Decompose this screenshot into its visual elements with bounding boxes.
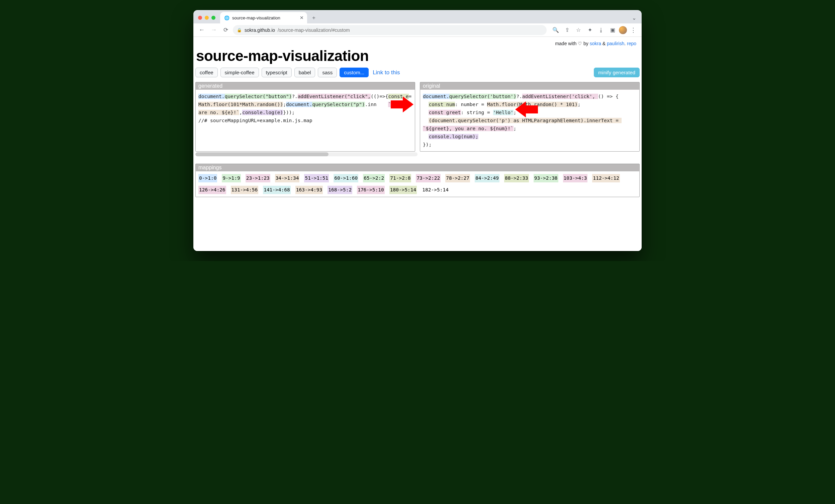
browser-tab[interactable]: 🌐 source-map-visualization ✕ [220,12,307,23]
mapping-item[interactable]: 168->5:2 [327,186,352,194]
forward-button[interactable] [209,25,219,35]
preset-custom[interactable]: custom... [340,67,369,77]
repo-link[interactable]: repo [627,41,636,46]
mapping-item[interactable]: 88->2:33 [504,174,529,182]
window-controls [198,16,216,20]
mapping-item[interactable]: 78->2:27 [445,174,470,182]
tab-title: source-map-visualization [232,15,280,20]
mapping-item[interactable]: 34->1:34 [275,174,300,182]
maximize-window-button[interactable] [211,16,216,20]
profile-avatar[interactable] [619,26,627,34]
preset-simple-coffee[interactable]: simple-coffee [221,67,259,77]
minify-generated-button[interactable]: minify generated [594,67,639,77]
horizontal-scrollbar[interactable] [196,152,418,156]
mapping-item[interactable]: 141->4:68 [263,186,291,194]
browser-toolbar: 🔒 sokra.github.io/source-map-visualizati… [194,23,641,37]
new-tab-button[interactable]: ＋ [309,13,319,22]
kebab-menu-icon[interactable] [628,25,638,35]
author-link-sokra[interactable]: sokra [590,41,601,46]
mapping-item[interactable]: 131->4:56 [231,186,259,194]
minimize-window-button[interactable] [205,16,209,20]
code-panels: generated document.querySelector("button… [196,82,639,152]
original-panel: original document.querySelector('button'… [420,82,639,152]
url-host: sokra.github.io [245,27,275,33]
link-to-this[interactable]: Link to this [373,69,400,76]
scrollbar-thumb[interactable] [196,152,328,156]
download-icon[interactable]: ⭳ [596,25,606,35]
search-icon[interactable]: 🔍 [551,25,561,35]
page-content: made with ♡ by sokra & paulirish. repo s… [194,37,641,251]
mapping-item[interactable]: 60->1:60 [333,174,358,182]
mapping-item[interactable]: 73->2:22 [416,174,441,182]
mapping-item[interactable]: 163->4:93 [296,186,323,194]
preset-row: coffee simple-coffee typescript babel sa… [196,67,639,77]
mapping-item[interactable]: 51->1:51 [304,174,329,182]
mapping-item[interactable]: 112->4:12 [592,174,620,182]
mapping-item[interactable]: 9->1:9 [222,174,241,182]
globe-icon: 🌐 [224,15,229,20]
mapping-item[interactable]: 176->5:10 [357,186,385,194]
tab-strip: 🌐 source-map-visualization ✕ ＋ ⌄ [194,10,641,23]
toolbar-right-icons: 🔍 ⇪ ☆ ✦ ⭳ ▣ [551,25,638,35]
extensions-icon[interactable]: ✦ [585,25,595,35]
mapping-item[interactable]: 84->2:49 [475,174,500,182]
preset-coffee[interactable]: coffee [196,67,218,77]
author-link-paulirish[interactable]: paulirish [607,41,624,46]
reload-button[interactable] [221,25,231,35]
side-panel-icon[interactable]: ▣ [608,25,617,35]
url-path: /source-map-visualization/#custom [278,27,350,33]
original-code[interactable]: document.querySelector('button')?.addEve… [420,90,639,151]
tabs-menu-chevron-down-icon[interactable]: ⌄ [632,15,638,21]
mappings-panel-title: mappings [196,164,639,172]
mappings-list[interactable]: 0->1:09->1:923->1:2334->1:3451->1:5160->… [196,172,639,197]
lock-icon: 🔒 [237,28,242,33]
mapping-item[interactable]: 23->1:23 [246,174,270,182]
generated-panel: generated document.querySelector("button… [196,82,415,152]
mappings-panel: mappings 0->1:09->1:923->1:2334->1:3451-… [196,164,639,197]
mapping-item[interactable]: 126->4:26 [198,186,226,194]
close-tab-icon[interactable]: ✕ [300,15,304,20]
preset-babel[interactable]: babel [294,67,315,77]
close-window-button[interactable] [198,16,202,20]
share-icon[interactable]: ⇪ [562,25,572,35]
mapping-item[interactable]: 180->5:14 [389,186,417,194]
mapping-item[interactable]: 71->2:8 [389,174,411,182]
address-bar[interactable]: 🔒 sokra.github.io/source-map-visualizati… [233,25,547,35]
browser-window: 🌐 source-map-visualization ✕ ＋ ⌄ 🔒 sokra… [194,10,641,251]
mapping-item[interactable]: 93->2:38 [534,174,558,182]
mapping-item[interactable]: 103->4:3 [563,174,588,182]
preset-typescript[interactable]: typescript [262,67,292,77]
mapping-item[interactable]: 0->1:0 [198,174,217,182]
preset-sass[interactable]: sass [318,67,337,77]
back-button[interactable] [197,25,207,35]
generated-panel-title: generated [196,82,415,90]
star-icon[interactable]: ☆ [573,25,584,35]
generated-code[interactable]: document.querySelector("button")?.addEve… [196,90,415,127]
mapping-item[interactable]: 182->5:14 [422,186,449,194]
original-panel-title: original [420,82,639,90]
mapping-item[interactable]: 65->2:2 [363,174,385,182]
credit-line: made with ♡ by sokra & paulirish. repo [196,40,639,46]
page-title: source-map-visualization [196,47,639,64]
